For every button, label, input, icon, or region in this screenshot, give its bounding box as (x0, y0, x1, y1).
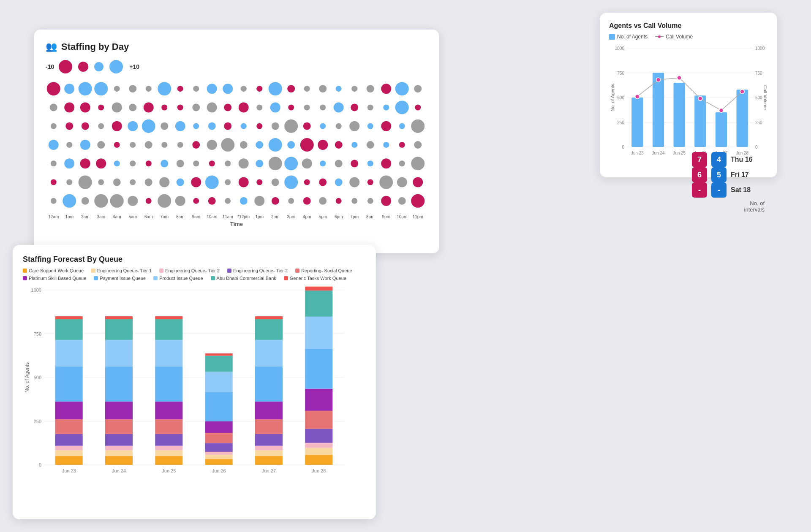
svg-rect-64 (105, 319, 133, 340)
svg-rect-95 (255, 366, 283, 402)
x-label: 2am (77, 214, 93, 219)
svg-rect-80 (205, 452, 233, 455)
x-label: 10pm (394, 214, 410, 219)
staffing-legend: -10 +10 (46, 60, 427, 73)
agents-chart-area: 0025025050050075075010001000Jun 23Jun 24… (609, 44, 768, 162)
forecast-legend-item: Engineering Queue- Tier 1 (91, 268, 152, 273)
svg-rect-78 (205, 459, 233, 465)
svg-text:1000: 1000 (755, 46, 765, 51)
svg-text:Jun 26: Jun 26 (212, 468, 226, 473)
legend-agents-box (609, 34, 615, 40)
svg-rect-59 (105, 434, 133, 446)
forecast-legend: Care Support Work QueueEngineering Queue… (23, 268, 366, 281)
x-label: 7pm (347, 214, 363, 219)
svg-text:Jun 28: Jun 28 (312, 468, 326, 473)
legend-call-volume: Call Volume (655, 34, 693, 40)
forecast-legend-item: Product Issue Queue (153, 276, 203, 281)
forecast-legend-dot (227, 269, 231, 273)
svg-text:250: 250 (755, 120, 762, 125)
svg-text:No. of Agents: No. of Agents (24, 362, 30, 393)
day-card-row: - - Sat 18 (692, 182, 765, 198)
agents-call-legend: No. of Agents Call Volume (609, 34, 768, 40)
svg-rect-72 (155, 402, 182, 419)
svg-rect-75 (155, 319, 182, 340)
svg-point-27 (635, 95, 640, 99)
svg-text:No. of Agents: No. of Agents (610, 83, 615, 111)
svg-rect-89 (255, 456, 283, 465)
svg-rect-101 (305, 448, 332, 455)
svg-point-32 (740, 90, 744, 94)
legend-agents: No. of Agents (609, 34, 648, 40)
agents-chart-svg: 0025025050050075075010001000Jun 23Jun 24… (609, 44, 768, 162)
svg-rect-83 (205, 421, 233, 433)
svg-rect-102 (305, 443, 332, 448)
svg-rect-58 (105, 446, 133, 450)
forecast-legend-dot (153, 276, 158, 280)
x-label: 4pm (299, 214, 315, 219)
x-label: 9am (188, 214, 204, 219)
svg-rect-61 (105, 402, 133, 419)
forecast-legend-item: Reporting- Social Queue (295, 268, 352, 273)
day-num-box-2: 4 (711, 152, 727, 167)
x-label: 6am (141, 214, 157, 219)
legend-circle-blue-sm (94, 62, 103, 71)
x-label: 7am (157, 214, 173, 219)
svg-rect-51 (55, 366, 83, 402)
svg-rect-60 (105, 419, 133, 434)
svg-rect-107 (305, 317, 332, 349)
svg-rect-93 (255, 419, 283, 434)
dot-canvas (46, 79, 426, 210)
x-label: 6pm (331, 214, 347, 219)
svg-rect-68 (155, 450, 182, 456)
svg-text:500: 500 (34, 375, 41, 380)
x-axis-labels: 12am1am2am3am4am5am6am7am8am9am10am11am*… (46, 214, 426, 219)
svg-rect-71 (155, 419, 182, 434)
day-rows: 7 4 Thu 16 6 5 Fri 17 - - Sat 18 (692, 152, 765, 198)
legend-circle-pink-lg (59, 60, 72, 73)
day-label: Thu 16 (731, 156, 765, 163)
svg-rect-25 (737, 90, 748, 147)
day-card-row: 7 4 Thu 16 (692, 152, 765, 167)
svg-rect-45 (55, 456, 83, 465)
day-num-box-1: - (692, 182, 707, 198)
svg-rect-84 (205, 392, 233, 421)
day-num-box-1: 7 (692, 152, 707, 167)
x-label: 3pm (283, 214, 299, 219)
svg-rect-85 (205, 372, 233, 392)
svg-rect-103 (305, 429, 332, 443)
day-num-box-2: - (711, 182, 727, 198)
svg-text:500: 500 (755, 95, 762, 100)
svg-point-29 (677, 76, 681, 80)
svg-text:Jun 27: Jun 27 (262, 468, 276, 473)
svg-rect-15 (631, 98, 643, 147)
svg-rect-104 (305, 411, 332, 429)
x-label: 3am (93, 214, 109, 219)
svg-text:Call Volume: Call Volume (763, 85, 768, 110)
x-axis-title: Time (46, 221, 427, 227)
svg-text:750: 750 (34, 331, 41, 337)
svg-rect-17 (653, 73, 664, 147)
x-label: 1pm (252, 214, 268, 219)
svg-rect-56 (105, 456, 133, 465)
svg-text:Jun 25: Jun 25 (673, 151, 686, 155)
dot-grid-container (46, 79, 427, 212)
svg-rect-21 (694, 95, 706, 147)
svg-rect-98 (255, 316, 283, 319)
x-label: 4am (109, 214, 125, 219)
svg-rect-19 (674, 83, 685, 147)
svg-text:250: 250 (617, 120, 624, 125)
forecast-legend-dot (23, 269, 27, 273)
svg-rect-91 (255, 446, 283, 450)
staffing-day-title: 👥 Staffing by Day (46, 41, 427, 52)
day-num-box-2: 5 (711, 167, 727, 182)
x-label: 8pm (362, 214, 378, 219)
svg-rect-50 (55, 402, 83, 419)
svg-rect-76 (155, 316, 182, 319)
svg-point-30 (698, 96, 702, 100)
forecast-legend-dot (295, 269, 299, 273)
day-card-row: 6 5 Fri 17 (692, 167, 765, 182)
x-label: 11pm (410, 214, 426, 219)
svg-text:Jun 25: Jun 25 (162, 468, 176, 473)
forecast-legend-dot (159, 269, 163, 273)
staffing-day-card: 👥 Staffing by Day -10 +10 12am1am2am3am4… (34, 30, 439, 253)
